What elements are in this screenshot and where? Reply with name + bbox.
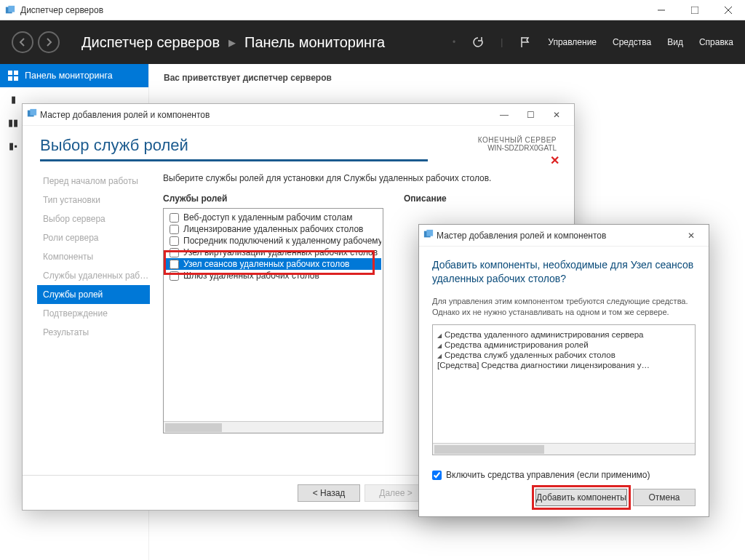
roles-list[interactable]: Веб-доступ к удаленным рабочим столамЛиц…: [163, 208, 383, 433]
features-tree[interactable]: Средства удаленного администрирования се…: [432, 324, 696, 455]
wizard-step[interactable]: Службы ролей: [37, 285, 150, 304]
confirm-cancel-button[interactable]: Отмена: [633, 489, 696, 506]
wizard-step[interactable]: Роли сервера: [37, 228, 150, 247]
svg-rect-1: [8, 5, 15, 12]
chevron-right-icon: ▸: [228, 33, 236, 51]
servers-icon: ▮▮: [7, 116, 19, 128]
welcome-heading: Вас приветствует диспетчер серверов: [149, 64, 745, 92]
role-checkbox[interactable]: [170, 213, 179, 223]
tree-node[interactable]: Средства служб удаленных рабочих столов: [437, 350, 690, 360]
close-x-icon[interactable]: ✕: [550, 153, 559, 167]
role-label: Веб-доступ к удаленным рабочим столам: [183, 212, 352, 223]
rail-item-label: Панель мониторинга: [25, 71, 113, 81]
back-button[interactable]: < Назад: [298, 484, 360, 502]
header-bar: Диспетчер серверов ▸ Панель мониторинга …: [0, 20, 745, 64]
flag-icon[interactable]: [519, 36, 532, 49]
menu-view[interactable]: Вид: [667, 37, 683, 47]
tree-node[interactable]: Средства удаленного администрирования се…: [437, 329, 690, 340]
horizontal-scrollbar[interactable]: [164, 421, 383, 433]
progress-accent-bar: ✕: [40, 159, 557, 161]
role-label: Узел виртуализации удаленных рабочих сто…: [183, 247, 378, 257]
server-manager-icon: [423, 229, 434, 241]
svg-rect-9: [14, 76, 18, 81]
destination-label: КОНЕЧНЫЙ СЕРВЕР: [478, 136, 557, 144]
menu-tools[interactable]: Средства: [613, 37, 651, 47]
main-window-titlebar: Диспетчер серверов: [0, 0, 745, 20]
wizard-minimize-button[interactable]: —: [491, 104, 517, 126]
wizard-heading: Выбор служб ролей: [40, 136, 188, 155]
role-label: Лицензирование удаленных рабочих столов: [183, 224, 363, 234]
wizard-step[interactable]: Службы удаленных рабо…: [37, 266, 150, 285]
role-icon: ▮▪: [7, 140, 19, 151]
refresh-icon[interactable]: [471, 36, 485, 49]
header-separator: •: [453, 37, 455, 47]
nav-back-button[interactable]: [12, 31, 33, 53]
pipe-separator: |: [501, 37, 503, 47]
wizard-step[interactable]: Тип установки: [37, 191, 150, 209]
role-item[interactable]: Узел виртуализации удаленных рабочих сто…: [165, 247, 381, 258]
wizard-step[interactable]: Результаты: [37, 323, 150, 342]
tree-node[interactable]: Средства администрирования ролей: [437, 340, 690, 350]
horizontal-scrollbar[interactable]: [433, 443, 695, 455]
role-checkbox[interactable]: [170, 225, 179, 234]
role-checkbox[interactable]: [170, 271, 179, 281]
role-label: Узел сеансов удаленных рабочих столов: [183, 259, 349, 269]
svg-rect-8: [8, 76, 12, 81]
role-item[interactable]: Шлюз удаленных рабочих столов: [165, 270, 381, 281]
role-label: Посредник подключений к удаленному рабоч…: [183, 236, 381, 246]
confirm-close-button[interactable]: ✕: [678, 231, 704, 241]
svg-rect-3: [691, 7, 698, 14]
wizard-maximize-button[interactable]: ☐: [517, 104, 543, 126]
wizard-hint: Выберите службы ролей для установки для …: [163, 172, 557, 193]
tree-node[interactable]: [Средства] Средства диагностики лицензир…: [437, 360, 690, 370]
wizard-steps: Перед началом работыТип установкиВыбор с…: [23, 172, 150, 475]
roles-column-header: Службы ролей: [163, 193, 383, 208]
role-label: Шлюз удаленных рабочих столов: [183, 271, 319, 281]
role-item[interactable]: Веб-доступ к удаленным рабочим столам: [165, 212, 381, 223]
role-item[interactable]: Узел сеансов удаленных рабочих столов: [165, 258, 381, 270]
nav-forward-button[interactable]: [38, 31, 60, 53]
confirm-description: Для управления этим компонентом требуютс…: [432, 296, 696, 318]
wizard-step[interactable]: Перед началом работы: [37, 172, 150, 191]
wizard-step[interactable]: Компоненты: [37, 247, 150, 266]
header-page: Панель мониторинга: [244, 34, 385, 51]
confirm-window-title: Мастер добавления ролей и компонентов: [434, 231, 678, 241]
include-tools-input[interactable]: [432, 471, 442, 480]
dashboard-icon: [7, 70, 19, 81]
main-window-title: Диспетчер серверов: [20, 5, 645, 15]
wizard-step[interactable]: Подтверждение: [37, 304, 150, 323]
role-checkbox[interactable]: [170, 260, 179, 269]
description-column-header: Описание: [404, 193, 557, 208]
minimize-button[interactable]: [645, 0, 678, 20]
svg-rect-7: [14, 71, 18, 75]
confirm-dialog: Мастер добавления ролей и компонентов ✕ …: [418, 224, 709, 517]
maximize-button[interactable]: [678, 0, 712, 20]
wizard-step[interactable]: Выбор сервера: [37, 209, 150, 228]
role-checkbox[interactable]: [170, 236, 179, 246]
svg-rect-11: [30, 109, 36, 116]
role-item[interactable]: Посредник подключений к удаленному рабоч…: [165, 235, 381, 247]
server-icon: ▮: [7, 93, 19, 105]
close-button[interactable]: [712, 0, 745, 20]
include-tools-checkbox[interactable]: Включить средства управления (если приме…: [419, 463, 709, 480]
destination-name: WIN-SDZDRX0GATL: [478, 144, 557, 152]
role-checkbox[interactable]: [170, 248, 179, 257]
include-tools-label: Включить средства управления (если приме…: [446, 470, 650, 480]
wizard-close-button[interactable]: ✕: [543, 104, 570, 126]
confirm-question: Добавить компоненты, необходимые для Узе…: [432, 258, 696, 286]
role-item[interactable]: Лицензирование удаленных рабочих столов: [165, 223, 381, 235]
rail-item-dashboard[interactable]: Панель мониторинга: [0, 64, 148, 87]
wizard-window-title: Мастер добавления ролей и компонентов: [37, 110, 491, 120]
add-features-button[interactable]: Добавить компоненты: [535, 489, 627, 506]
menu-manage[interactable]: Управление: [548, 37, 597, 47]
header-app: Диспетчер серверов: [81, 34, 220, 51]
server-manager-icon: [4, 4, 16, 16]
svg-rect-6: [8, 71, 12, 75]
server-manager-icon: [27, 108, 37, 121]
svg-rect-13: [426, 230, 433, 236]
menu-help[interactable]: Справка: [699, 37, 733, 47]
